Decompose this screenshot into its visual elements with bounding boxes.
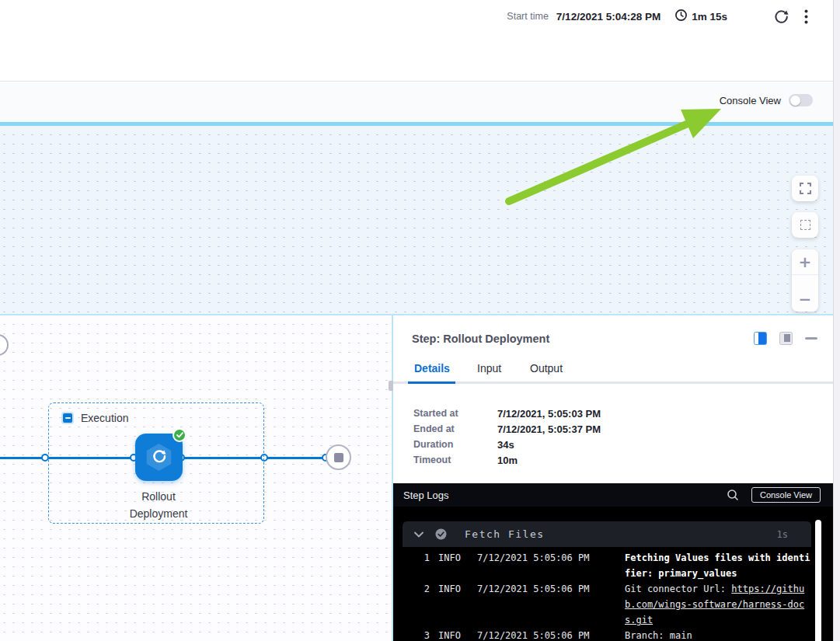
log-message: Git connector Url: https://github.com/wi… (625, 581, 811, 628)
console-view-toolbar: Console View (0, 82, 833, 122)
stage-graph-canvas[interactable] (0, 126, 833, 314)
minimize-panel-icon[interactable] (793, 337, 817, 340)
detail-value: 10m (497, 455, 518, 466)
active-tab-underline (408, 381, 455, 384)
fullscreen-icon[interactable] (792, 176, 818, 201)
log-line-number: 1 (422, 550, 430, 581)
log-level: INFO (438, 581, 464, 628)
zoom-in-icon[interactable]: + (792, 249, 818, 275)
console-view-label: Console View (720, 95, 781, 106)
detail-row: Duration 34s (413, 437, 601, 452)
step-graph-canvas[interactable]: Execution Rollout Deployment (0, 315, 392, 641)
log-line-number: 2 (422, 581, 430, 628)
step-details-panel: Step: Rollout Deployment Details Input O… (393, 315, 833, 641)
console-view-button[interactable]: Console View (751, 487, 821, 503)
start-time-label: Start time (507, 11, 549, 22)
search-icon[interactable] (727, 489, 739, 501)
log-level: INFO (438, 628, 464, 641)
page-scrollbar-track[interactable] (833, 0, 840, 641)
zoom-out-icon[interactable]: − (792, 286, 818, 312)
panel-tab[interactable]: Input (477, 362, 501, 374)
detail-label: Started at (413, 408, 497, 419)
log-timestamp: 7/12/2021 5:05:06 PM (477, 550, 591, 581)
log-level: INFO (438, 550, 464, 581)
execution-header: Start time 7/12/2021 5:04:28 PM 1m 15s (0, 0, 833, 82)
step-logs-title: Step Logs (403, 489, 449, 501)
detail-value: 34s (497, 439, 514, 451)
rollout-refresh-icon (152, 448, 167, 467)
panel-view-icon[interactable] (767, 332, 793, 345)
execution-group-label: Execution (81, 412, 128, 424)
detail-value: 7/12/2021, 5:05:03 PM (497, 408, 601, 420)
console-view-toggle[interactable] (789, 94, 813, 106)
success-badge-icon (173, 428, 186, 442)
step-logs-bar: Step Logs Console View (393, 483, 833, 507)
pipeline-execution-page: Start time 7/12/2021 5:04:28 PM 1m 15s C… (0, 0, 840, 641)
panel-tab[interactable]: Details (414, 362, 450, 374)
log-message: Branch: main (625, 628, 811, 641)
tabs-divider (393, 381, 833, 384)
detail-value: 7/12/2021, 5:05:37 PM (497, 423, 601, 435)
log-group-name: Fetch Files (465, 528, 545, 540)
log-line: 1 INFO 7/12/2021 5:05:06 PM Fetching Val… (393, 550, 833, 581)
log-group-header[interactable]: Fetch Files 1s (403, 521, 811, 547)
detail-row: Timeout 10m (413, 452, 601, 468)
collapse-group-button[interactable] (61, 412, 74, 424)
rollout-deployment-step-node[interactable] (135, 434, 183, 481)
log-lines: 1 INFO 7/12/2021 5:05:06 PM Fetching Val… (393, 550, 833, 641)
log-viewer[interactable]: Fetch Files 1s 1 INFO 7/12/2021 5:05:06 … (393, 507, 833, 641)
log-line: 3 INFO 7/12/2021 5:05:06 PM Branch: main (393, 628, 833, 641)
detail-label: Duration (413, 439, 497, 450)
elapsed-time: 1m 15s (692, 11, 727, 23)
log-line: 2 INFO 7/12/2021 5:05:06 PM Git connecto… (393, 581, 833, 628)
offscreen-node (0, 334, 9, 356)
refresh-button[interactable] (774, 9, 789, 24)
canvas-zoom-controls: + − (792, 176, 818, 312)
start-time-value: 7/12/2021 5:04:28 PM (556, 11, 660, 23)
toggle-knob (790, 96, 800, 106)
panel-tab[interactable]: Output (530, 362, 563, 374)
log-timestamp: 7/12/2021 5:05:06 PM (477, 581, 591, 628)
log-timestamp: 7/12/2021 5:05:06 PM (477, 628, 591, 641)
step-node-label: Rollout Deployment (96, 488, 221, 522)
stop-node-icon (326, 444, 351, 470)
log-message: Fetching Values files with identifier: p… (625, 550, 811, 581)
log-group-duration: 1s (777, 529, 788, 540)
detail-row: Ended at 7/12/2021, 5:05:37 PM (413, 421, 601, 437)
fit-view-icon[interactable] (792, 212, 818, 238)
detail-label: Timeout (413, 455, 497, 465)
panel-title: Step: Rollout Deployment (412, 333, 549, 345)
detail-row: Started at 7/12/2021, 5:05:03 PM (413, 406, 601, 421)
check-circle-icon (435, 528, 447, 540)
bottom-split-region: Execution Rollout Deployment St (0, 314, 833, 641)
log-line-number: 3 (422, 628, 430, 641)
details-grid: Started at 7/12/2021, 5:05:03 PM Ended a… (413, 406, 601, 468)
clock-icon (674, 9, 688, 25)
kebab-menu-icon[interactable] (804, 9, 808, 24)
split-view-icon[interactable] (754, 332, 767, 345)
detail-label: Ended at (413, 423, 497, 434)
chevron-down-icon (414, 531, 423, 538)
log-scrollbar-thumb[interactable] (815, 520, 821, 641)
